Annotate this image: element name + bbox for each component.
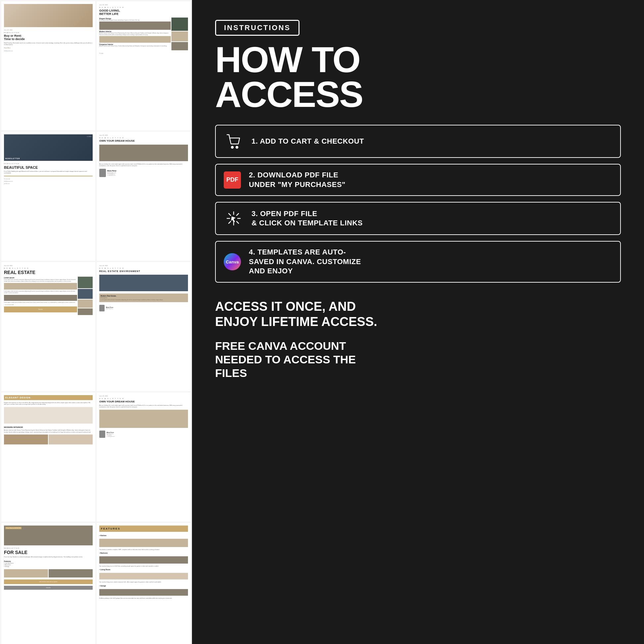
instructions-panel: INSTRUCTIONS HOW TO ACCESS 1. ADD TO CAR… — [192, 0, 644, 644]
footer-lifetime: ACCESS IT ONCE, ANDENJOY LIFETIME ACCESS… — [215, 299, 621, 329]
svg-line-7 — [237, 221, 239, 223]
svg-marker-10 — [231, 216, 236, 222]
preview-card-7: ELEGANT DESIGN Elegant and spacious as h… — [1, 392, 95, 522]
preview-card-9: Price Starts at $100,000 NEWSLETTER FOR … — [1, 523, 95, 644]
steps-list: 1. ADD TO CART & CHECKOUT PDF 2. DOWNLOA… — [215, 125, 621, 283]
cart-icon — [224, 131, 244, 151]
step-3-box: 3. OPEN PDF FILE& CLICK ON TEMPLATE LINK… — [215, 202, 621, 235]
preview-card-3: NEWSLETTER 0, 2024 NEWSLETTER BEAUTIFUL … — [1, 132, 95, 261]
pdf-icon: PDF — [224, 171, 241, 189]
preview-card-1: June 20, 2024 NEWSLETTER Buy or Rent:Tim… — [1, 1, 95, 130]
instructions-label: INSTRUCTIONS — [224, 23, 291, 32]
preview-card-10: FEATURES • Kitchen The kitchen is kitche… — [97, 523, 191, 644]
step-2-text: 2. DOWNLOAD PDF FILEUNDER "MY PURCHASES" — [249, 170, 345, 189]
step-1-text: 1. ADD TO CART & CHECKOUT — [252, 137, 364, 146]
canva-icon: Canva — [224, 253, 241, 270]
step-3-text: 3. OPEN PDF FILE& CLICK ON TEMPLATE LINK… — [252, 209, 363, 228]
instructions-badge: INSTRUCTIONS — [215, 20, 299, 36]
preview-card-2: June 20, 2024 N E W S L E T T E R GOOD L… — [97, 1, 191, 130]
step-1-box: 1. ADD TO CART & CHECKOUT — [215, 125, 621, 158]
card-date: June 20, 2024 — [4, 29, 93, 31]
footer-canva-note: FREE CANVA ACCOUNTNEEDED TO ACCESS THEFI… — [215, 339, 621, 380]
preview-card-5: June 20, 2024 N E W S L E T T E R REAL E… — [1, 262, 95, 391]
preview-card-6: June 20, 2024 N E W S L E T T E R REAL E… — [97, 262, 191, 391]
cursor-icon — [224, 208, 244, 228]
step-4-text: 4. TEMPLATES ARE AUTO-SAVED IN CANVA. CU… — [249, 248, 361, 276]
svg-point-1 — [236, 146, 238, 148]
step-2-box: PDF 2. DOWNLOAD PDF FILEUNDER "MY PURCHA… — [215, 164, 621, 196]
svg-line-6 — [229, 213, 231, 215]
step-4-box: Canva 4. TEMPLATES ARE AUTO-SAVED IN CAN… — [215, 241, 621, 283]
svg-line-9 — [229, 221, 231, 223]
svg-point-0 — [231, 146, 233, 148]
preview-card-8: June 20, 2024 N E W S L E T T E R OWN YO… — [97, 392, 191, 522]
svg-line-8 — [237, 213, 239, 215]
preview-panel: June 20, 2024 NEWSLETTER Buy or Rent:Tim… — [0, 0, 192, 644]
preview-card-4: June 20, 2024 N E W S L E T T E R OWN YO… — [97, 132, 191, 261]
main-title: HOW TO ACCESS — [215, 42, 621, 112]
